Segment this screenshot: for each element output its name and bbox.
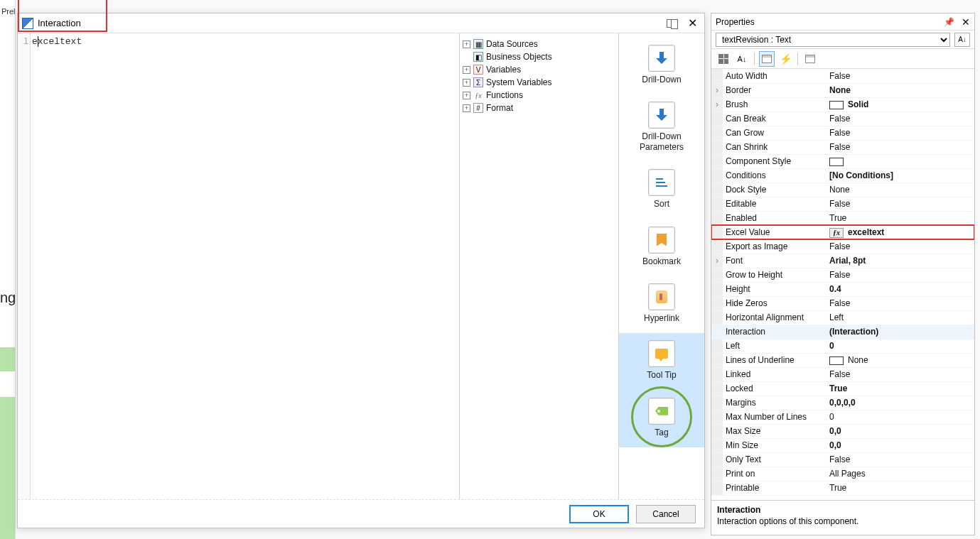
property-row[interactable]: Can ShrinkFalse: [711, 140, 974, 154]
property-value[interactable]: False: [826, 268, 974, 282]
properties-grid[interactable]: Auto WidthFalse›BorderNone›BrushSolidCan…: [711, 69, 974, 496]
side-tag[interactable]: Tag: [619, 391, 704, 447]
property-value[interactable]: True: [826, 481, 974, 495]
property-row[interactable]: LinkedFalse: [711, 367, 974, 381]
property-value[interactable]: Solid: [826, 97, 974, 111]
property-value[interactable]: 0,0: [826, 424, 974, 438]
property-name: Locked: [723, 381, 826, 396]
expand-toggle: [711, 211, 723, 225]
property-value[interactable]: ƒxexceltext: [826, 225, 974, 239]
property-row[interactable]: Auto WidthFalse: [711, 69, 974, 83]
cancel-button[interactable]: Cancel: [636, 505, 696, 523]
fx-icon[interactable]: ƒx: [829, 228, 844, 238]
ok-button[interactable]: OK: [569, 505, 629, 523]
property-row[interactable]: Height0.4: [711, 282, 974, 296]
tree-business-objects[interactable]: ◧Business Objects: [463, 50, 615, 63]
property-row[interactable]: Component Style: [711, 154, 974, 168]
close-icon[interactable]: ✕: [962, 16, 970, 28]
tree-functions[interactable]: +ƒxFunctions: [463, 89, 615, 102]
property-value[interactable]: None: [826, 83, 974, 97]
side-sort[interactable]: Sort: [619, 162, 704, 219]
properties-grid-scroll[interactable]: Auto WidthFalse›BorderNone›BrushSolidCan…: [711, 69, 974, 500]
property-value[interactable]: 0: [826, 410, 974, 424]
code-text[interactable]: exceltext: [31, 33, 459, 499]
property-value[interactable]: False: [826, 111, 974, 126]
property-row[interactable]: Export as ImageFalse: [711, 239, 974, 254]
property-value[interactable]: False: [826, 69, 974, 83]
property-row[interactable]: Can BreakFalse: [711, 111, 974, 126]
tree-system-variables[interactable]: +ΣSystem Variables: [463, 76, 615, 89]
property-value[interactable]: True: [826, 381, 974, 396]
expand-toggle[interactable]: ›: [711, 97, 723, 111]
property-row[interactable]: EnabledTrue: [711, 211, 974, 225]
property-row[interactable]: Dock StyleNone: [711, 183, 974, 197]
property-row[interactable]: EditableFalse: [711, 197, 974, 211]
property-row[interactable]: ›BrushSolid: [711, 97, 974, 111]
categorized-button[interactable]: [716, 51, 731, 67]
pin-icon[interactable]: 📌: [944, 17, 954, 27]
side-bookmark[interactable]: Bookmark: [619, 219, 704, 276]
property-value[interactable]: Arial, 8pt: [826, 254, 974, 268]
property-value[interactable]: 0: [826, 339, 974, 353]
property-value[interactable]: False: [826, 197, 974, 211]
property-row[interactable]: LockedTrue: [711, 381, 974, 396]
property-row[interactable]: Interaction(Interaction): [711, 325, 974, 339]
property-row[interactable]: Horizontal AlignmentLeft: [711, 310, 974, 325]
expand-toggle[interactable]: ›: [711, 254, 723, 268]
property-pages-button[interactable]: [759, 51, 775, 67]
property-row[interactable]: Lines of UnderlineNone: [711, 353, 974, 367]
dock-icon[interactable]: [667, 19, 678, 28]
property-row[interactable]: ›BorderNone: [711, 83, 974, 97]
property-row[interactable]: Max Size0,0: [711, 424, 974, 438]
property-value[interactable]: Left: [826, 310, 974, 325]
property-value[interactable]: False: [826, 367, 974, 381]
property-value[interactable]: False: [826, 452, 974, 467]
property-value[interactable]: False: [826, 126, 974, 140]
tree-format[interactable]: +#Format: [463, 102, 615, 114]
sort-az-button[interactable]: A↓: [954, 33, 970, 47]
side-drill-down-params[interactable]: Drill-Down Parameters: [619, 94, 704, 162]
property-row[interactable]: Hide ZerosFalse: [711, 296, 974, 310]
dictionary-tree[interactable]: +▦Data Sources ◧Business Objects +VVaria…: [460, 33, 619, 499]
dialog-titlebar[interactable]: Interaction ✕: [18, 13, 704, 33]
property-row[interactable]: Left0: [711, 339, 974, 353]
property-row[interactable]: ›FontArial, 8pt: [711, 254, 974, 268]
property-row[interactable]: Print onAll Pages: [711, 467, 974, 481]
property-value[interactable]: None: [826, 353, 974, 367]
expand-toggle[interactable]: ›: [711, 83, 723, 97]
property-value[interactable]: (Interaction): [826, 325, 974, 339]
property-row[interactable]: Max Number of Lines0: [711, 410, 974, 424]
property-value[interactable]: 0.4: [826, 282, 974, 296]
property-value[interactable]: False: [826, 296, 974, 310]
property-value[interactable]: [No Conditions]: [826, 168, 974, 183]
events-button[interactable]: ⚡: [777, 51, 793, 67]
side-drill-down[interactable]: Drill-Down: [619, 38, 704, 94]
property-row[interactable]: Margins0,0,0,0: [711, 396, 974, 410]
property-row[interactable]: Conditions[No Conditions]: [711, 168, 974, 183]
property-value[interactable]: True: [826, 211, 974, 225]
window-button[interactable]: [802, 51, 818, 67]
property-value[interactable]: [826, 154, 974, 168]
tree-variables[interactable]: +VVariables: [463, 63, 615, 76]
property-row[interactable]: Excel Valueƒxexceltext: [711, 225, 974, 239]
side-tooltip[interactable]: Tool Tip: [619, 333, 704, 390]
property-value[interactable]: None: [826, 183, 974, 197]
property-value[interactable]: False: [826, 140, 974, 154]
property-value[interactable]: 0,0,0,0: [826, 396, 974, 410]
tag-icon: [655, 407, 668, 415]
property-value[interactable]: 0,0: [826, 438, 974, 452]
properties-object-selector[interactable]: textRevision : Text: [716, 33, 950, 47]
alphabetical-button[interactable]: A↓: [734, 51, 750, 67]
property-row[interactable]: Only TextFalse: [711, 452, 974, 467]
property-value[interactable]: False: [826, 239, 974, 254]
property-row[interactable]: PrintableTrue: [711, 481, 974, 495]
property-row[interactable]: Can GrowFalse: [711, 126, 974, 140]
property-row[interactable]: Min Size0,0: [711, 438, 974, 452]
expression-editor[interactable]: 1 exceltext: [18, 33, 460, 499]
properties-titlebar[interactable]: Properties 📌 ✕: [711, 13, 974, 31]
side-hyperlink[interactable]: Hyperlink: [619, 276, 704, 333]
tree-data-sources[interactable]: +▦Data Sources: [463, 38, 615, 50]
property-row[interactable]: Grow to HeightFalse: [711, 268, 974, 282]
close-icon[interactable]: ✕: [685, 16, 700, 30]
property-value[interactable]: All Pages: [826, 467, 974, 481]
